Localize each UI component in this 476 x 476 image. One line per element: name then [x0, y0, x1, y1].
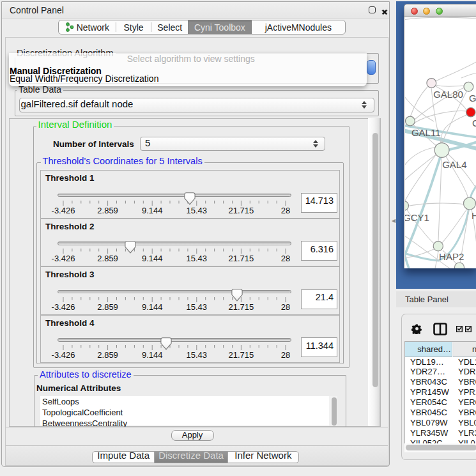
svg-text:GAL80: GAL80 [433, 89, 463, 100]
svg-text:GAL11: GAL11 [411, 127, 440, 138]
svg-text:GA: GA [469, 93, 476, 104]
svg-text:H: H [472, 210, 476, 221]
svg-text:C: C [472, 118, 476, 128]
svg-text:HAP2: HAP2 [439, 251, 464, 262]
svg-text:GAL4: GAL4 [442, 159, 466, 170]
svg-text:GCY1: GCY1 [405, 212, 429, 223]
